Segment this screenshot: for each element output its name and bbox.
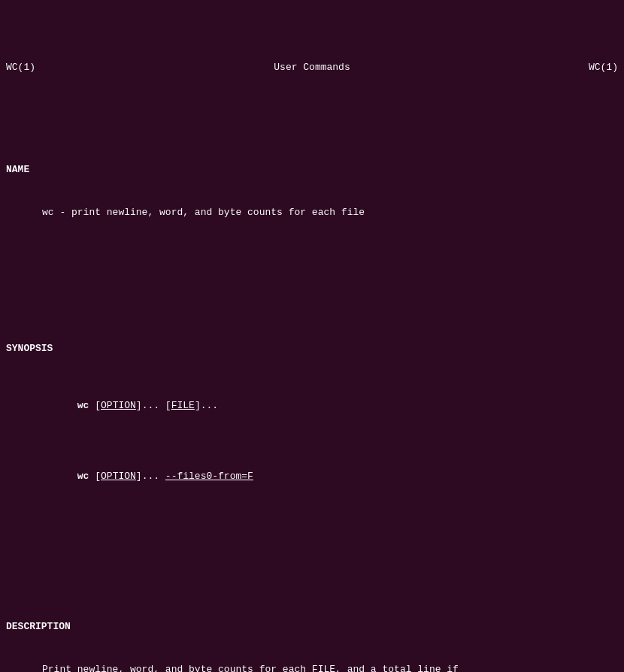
header-center: User Commands xyxy=(274,61,350,75)
synopsis-wc-2: wc xyxy=(77,471,89,482)
section-name: NAME wc - print newline, word, and byte … xyxy=(6,135,618,249)
section-description-title: DESCRIPTION xyxy=(6,620,618,634)
section-name-title: NAME xyxy=(6,163,618,177)
man-header: WC(1) User Commands WC(1) xyxy=(6,61,618,75)
header-left: WC(1) xyxy=(6,61,35,75)
description-para1: Print newline, word, and byte counts for… xyxy=(6,663,618,672)
section-description: DESCRIPTION Print newline, word, and byt… xyxy=(6,592,618,672)
header-right: WC(1) xyxy=(589,61,618,75)
section-synopsis: SYNOPSIS wc [OPTION]... [FILE]... wc [OP… xyxy=(6,314,618,527)
section-synopsis-title: SYNOPSIS xyxy=(6,342,618,356)
synopsis-wc-1: wc xyxy=(77,400,89,411)
synopsis-line1: wc [OPTION]... [FILE]... xyxy=(6,385,618,428)
synopsis-option-link-2[interactable]: OPTION xyxy=(101,471,136,482)
synopsis-option-link-1[interactable]: OPTION xyxy=(101,400,136,411)
synopsis-files0-link[interactable]: --files0-from=F xyxy=(165,471,253,482)
synopsis-file-link[interactable]: FILE xyxy=(171,400,195,411)
synopsis-line2: wc [OPTION]... --files0-from=F xyxy=(6,456,618,498)
section-name-content: wc - print newline, word, and byte count… xyxy=(6,206,618,220)
man-page: WC(1) User Commands WC(1) NAME wc - prin… xyxy=(6,5,618,672)
